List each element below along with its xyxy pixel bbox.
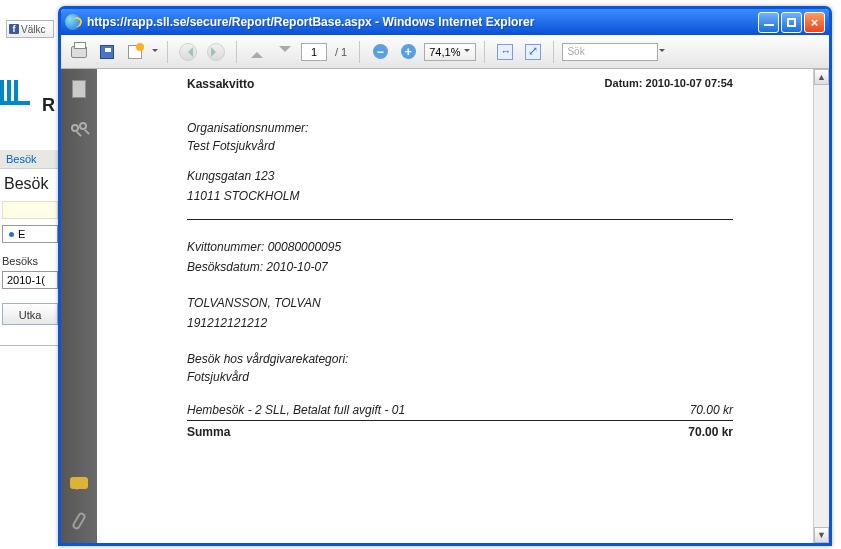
minimize-button[interactable]	[758, 12, 779, 33]
date-input[interactable]: 2010-1(	[2, 271, 58, 289]
filter-field[interactable]	[2, 201, 58, 219]
tab-label: Välkc	[21, 24, 45, 35]
scroll-up-button[interactable]: ▲	[814, 69, 829, 85]
report-document: Kassakvitto Datum: 2010-10-07 07:54 Orga…	[97, 69, 813, 543]
page-icon	[72, 80, 86, 98]
titlebar[interactable]: https://rapp.sll.se/secure/Report/Report…	[61, 9, 829, 35]
export-icon	[128, 45, 142, 59]
zoom-select[interactable]: 74,1%	[424, 43, 476, 61]
ie-icon	[65, 14, 81, 30]
page-number-input[interactable]	[301, 43, 327, 61]
binoculars-icon	[71, 124, 79, 132]
chevron-down-icon	[463, 49, 471, 55]
receipt-number: Kvittonummer: 00080000095	[187, 240, 733, 254]
comments-button[interactable]	[69, 473, 89, 493]
print-button[interactable]	[67, 40, 91, 64]
bullet-icon	[9, 232, 14, 237]
line-item-desc: Hembesök - 2 SLL, Betalat full avgift - …	[187, 403, 405, 417]
pdf-toolbar: / 1 − + 74,1% Sök	[61, 35, 829, 69]
arrow-forward-icon	[207, 43, 225, 61]
fit-page-icon	[525, 44, 541, 60]
window-title: https://rapp.sll.se/secure/Report/Report…	[87, 15, 758, 29]
browser-tab[interactable]: f Välkc	[6, 20, 54, 38]
zoom-out-button[interactable]: −	[368, 40, 392, 64]
category-label: Besök hos vårdgivarekategori:	[187, 352, 733, 366]
search-input[interactable]: Sök	[562, 43, 658, 61]
paperclip-icon	[71, 511, 87, 531]
zoom-value: 74,1%	[429, 46, 460, 58]
nav-tab-besok[interactable]: Besök	[0, 150, 60, 169]
vertical-scrollbar[interactable]: ▲ ▼	[813, 69, 829, 543]
attachments-button[interactable]	[69, 511, 89, 531]
scroll-down-button[interactable]: ▼	[814, 527, 829, 543]
divider	[187, 219, 733, 220]
fit-width-button[interactable]	[493, 40, 517, 64]
export-dropdown[interactable]	[151, 49, 159, 55]
org-number-label: Organisationsnummer:	[187, 121, 733, 135]
export-button[interactable]	[123, 40, 147, 64]
page-heading: Besök	[0, 169, 60, 199]
save-icon	[100, 45, 114, 59]
find-button[interactable]	[69, 117, 89, 137]
site-title-initial: R	[42, 95, 55, 116]
address-line2: 11011 STOCKHOLM	[187, 189, 733, 203]
date-label: Datum:	[605, 77, 643, 89]
zoom-in-icon: +	[401, 44, 416, 59]
receipt-title: Kassakvitto	[187, 77, 254, 91]
zoom-in-button[interactable]: +	[396, 40, 420, 64]
page-total: / 1	[331, 46, 351, 58]
visit-date: Besöksdatum: 2010-10-07	[187, 260, 733, 274]
fit-page-button[interactable]	[521, 40, 545, 64]
arrow-back-icon	[179, 43, 197, 61]
search-placeholder: Sök	[567, 46, 584, 57]
date-label: Besöks	[0, 245, 60, 269]
close-button[interactable]: ×	[804, 12, 825, 33]
comment-icon	[70, 477, 88, 489]
page-down-button[interactable]	[273, 40, 297, 64]
chevron-down-icon	[279, 46, 291, 58]
draft-button[interactable]: Utka	[2, 303, 58, 325]
line-item-row: Hembesök - 2 SLL, Betalat full avgift - …	[187, 400, 733, 420]
page-up-button[interactable]	[245, 40, 269, 64]
list-row[interactable]: E	[2, 225, 58, 243]
sum-row: Summa 70.00 kr	[187, 421, 733, 443]
save-button[interactable]	[95, 40, 119, 64]
patient-id: 191212121212	[187, 316, 733, 330]
nav-forward-button[interactable]	[204, 40, 228, 64]
site-logo	[0, 80, 45, 120]
thumbnails-button[interactable]	[69, 79, 89, 99]
category-value: Fotsjukvård	[187, 370, 733, 384]
zoom-out-icon: −	[373, 44, 388, 59]
search-dropdown[interactable]	[658, 49, 666, 55]
list-row-label: E	[18, 228, 25, 240]
print-icon	[71, 46, 87, 58]
address-line1: Kungsgatan 123	[187, 169, 733, 183]
facebook-icon: f	[9, 24, 19, 34]
sum-label: Summa	[187, 425, 230, 439]
date-value: 2010-10-07 07:54	[646, 77, 733, 89]
patient-name: TOLVANSSON, TOLVAN	[187, 296, 733, 310]
fit-width-icon	[497, 44, 513, 60]
nav-back-button[interactable]	[176, 40, 200, 64]
ie-window: https://rapp.sll.se/secure/Report/Report…	[58, 6, 832, 546]
chevron-up-icon	[251, 46, 263, 58]
sum-amount: 70.00 kr	[688, 425, 733, 439]
line-item-amount: 70.00 kr	[690, 403, 733, 417]
maximize-button[interactable]	[781, 12, 802, 33]
pdf-sidebar	[61, 69, 97, 543]
company-name: Test Fotsjukvård	[187, 139, 733, 153]
